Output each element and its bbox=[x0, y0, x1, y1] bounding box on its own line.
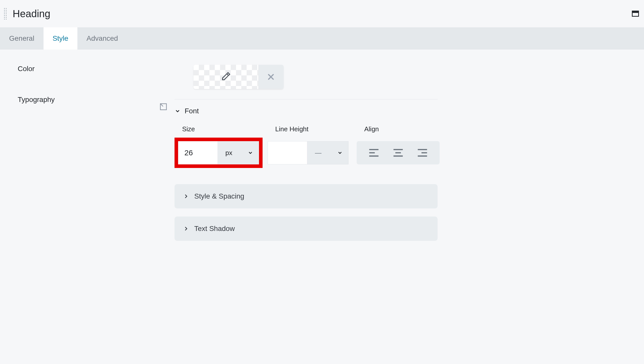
align-right-button[interactable] bbox=[410, 141, 435, 164]
line-height-unit-value: — bbox=[315, 149, 321, 157]
line-height-unit-select[interactable]: — bbox=[307, 141, 349, 164]
line-height-input[interactable] bbox=[268, 141, 307, 164]
chevron-down-icon bbox=[337, 150, 343, 156]
tab-bar: General Style Advanced bbox=[0, 27, 644, 50]
chevron-right-icon bbox=[183, 194, 189, 199]
responsive-toggle-icon[interactable] bbox=[159, 103, 167, 111]
responsive-preview-icon[interactable] bbox=[632, 11, 639, 17]
text-shadow-panel-label: Text Shadow bbox=[194, 225, 235, 233]
size-unit-value: px bbox=[225, 149, 232, 157]
color-clear-button[interactable] bbox=[258, 65, 284, 89]
header-bar: Heading bbox=[0, 0, 644, 27]
tab-advanced[interactable]: Advanced bbox=[77, 27, 127, 50]
color-picker bbox=[194, 65, 284, 89]
align-center-button[interactable] bbox=[386, 141, 410, 164]
size-input[interactable] bbox=[178, 141, 218, 164]
color-label: Color bbox=[18, 65, 159, 73]
align-left-button[interactable] bbox=[362, 141, 386, 164]
style-spacing-panel-label: Style & Spacing bbox=[194, 192, 244, 200]
align-label: Align bbox=[357, 125, 440, 133]
eyedropper-icon bbox=[221, 71, 231, 82]
line-height-label: Line Height bbox=[268, 125, 349, 133]
typography-label: Typography bbox=[18, 96, 159, 104]
chevron-right-icon bbox=[183, 226, 189, 231]
page-title: Heading bbox=[13, 8, 50, 19]
font-section-label: Font bbox=[185, 107, 199, 115]
chevron-down-icon bbox=[248, 150, 253, 156]
color-swatch-button[interactable] bbox=[194, 65, 258, 89]
text-shadow-panel[interactable]: Text Shadow bbox=[175, 217, 438, 241]
size-highlight-box: px bbox=[175, 138, 263, 168]
size-label: Size bbox=[175, 125, 263, 133]
style-spacing-panel[interactable]: Style & Spacing bbox=[175, 184, 438, 208]
tab-general[interactable]: General bbox=[0, 27, 44, 50]
size-unit-select[interactable]: px bbox=[218, 141, 259, 164]
tab-style[interactable]: Style bbox=[44, 27, 77, 50]
drag-handle-icon[interactable] bbox=[4, 5, 7, 23]
font-section-toggle[interactable]: Font bbox=[175, 99, 438, 120]
